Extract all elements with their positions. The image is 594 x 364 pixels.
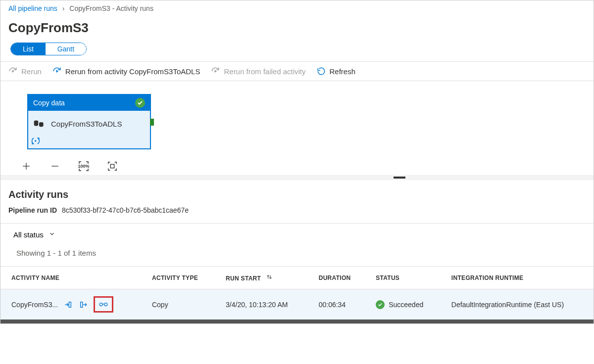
zoom-level-label: 100% [78, 164, 89, 169]
panel-divider[interactable] [0, 175, 594, 180]
toolbar: Rerun Rerun from activity CopyFromS3ToAD… [0, 61, 594, 81]
refresh-icon [317, 67, 326, 76]
status-filter-dropdown[interactable]: All status [13, 230, 55, 239]
result-count: Showing 1 - 1 of 1 items [0, 242, 594, 266]
svg-point-16 [99, 303, 102, 306]
rerun-label: Rerun [21, 67, 42, 76]
chevron-down-icon [49, 230, 55, 239]
table-row[interactable]: CopyFromS3... Cop [0, 289, 594, 320]
col-run-start-label: RUN START [226, 275, 261, 282]
col-activity-name[interactable]: ACTIVITY NAME [0, 267, 141, 289]
status-filter-label: All status [13, 230, 44, 239]
activity-card-header: Copy data [28, 95, 150, 111]
activity-runs-heading: Activity runs [0, 180, 594, 206]
cell-status: Succeeded [389, 301, 423, 309]
rerun-failed-label: Rerun from failed activity [224, 67, 305, 76]
zoom-fit-button[interactable] [106, 160, 118, 172]
col-integration-runtime[interactable]: INTEGRATION RUNTIME [441, 267, 594, 289]
rerun-failed-button[interactable]: Rerun from failed activity [211, 67, 305, 76]
svg-rect-14 [81, 302, 83, 307]
zoom-controls: 100% [0, 155, 594, 175]
col-duration[interactable]: DURATION [308, 267, 365, 289]
refresh-label: Refresh [330, 67, 356, 76]
rerun-icon [8, 67, 17, 76]
col-run-start[interactable]: RUN START [215, 267, 308, 289]
output-icon[interactable] [79, 300, 88, 309]
rerun-button[interactable]: Rerun [8, 67, 42, 76]
details-glasses-button[interactable] [94, 296, 113, 313]
svg-marker-0 [12, 70, 15, 73]
cell-run-start: 3/4/20, 10:13:20 AM [215, 289, 308, 320]
svg-rect-12 [69, 302, 71, 307]
rerun-from-activity-button[interactable]: Rerun from activity CopyFromS3ToADLS [52, 67, 200, 76]
success-check-icon [135, 98, 145, 108]
pipeline-run-id-label: Pipeline run ID [8, 206, 57, 214]
zoom-in-button[interactable] [20, 160, 32, 172]
svg-point-17 [104, 303, 107, 306]
activity-output-connector[interactable] [150, 119, 154, 126]
zoom-out-button[interactable] [49, 160, 61, 172]
pipeline-canvas[interactable]: Copy data CopyFromS3ToADLS [0, 81, 594, 155]
svg-marker-5 [35, 140, 37, 142]
refresh-button[interactable]: Refresh [317, 67, 356, 76]
cell-duration: 00:06:34 [308, 289, 365, 320]
svg-rect-9 [110, 164, 114, 168]
horizontal-scrollbar[interactable] [0, 319, 594, 323]
view-toggle-gantt[interactable]: Gantt [46, 43, 86, 55]
divider-handle-icon[interactable] [394, 177, 405, 179]
activity-name: CopyFromS3ToADLS [51, 120, 122, 128]
rerun-failed-icon [211, 67, 220, 76]
cell-activity-name: CopyFromS3... [11, 301, 58, 309]
database-icon [33, 119, 45, 129]
page-title: CopyFromS3 [0, 16, 594, 43]
view-toggle: List Gantt [10, 43, 87, 55]
glasses-icon [99, 300, 108, 309]
col-status[interactable]: STATUS [365, 267, 441, 289]
breadcrumb: All pipeline runs › CopyFromS3 - Activit… [0, 0, 594, 16]
view-toggle-list[interactable]: List [11, 43, 46, 55]
svg-marker-1 [56, 70, 58, 73]
success-status-icon [376, 300, 385, 309]
col-activity-type[interactable]: ACTIVITY TYPE [141, 267, 215, 289]
activity-card[interactable]: Copy data CopyFromS3ToADLS [27, 94, 151, 149]
cell-activity-type: Copy [141, 289, 215, 320]
input-icon[interactable] [64, 300, 73, 309]
pipeline-run-id-value: 8c530f33-bf72-47c0-b7c6-5babc1cae67e [62, 206, 189, 214]
sort-icon[interactable] [266, 273, 273, 280]
breadcrumb-current: CopyFromS3 - Activity runs [69, 4, 153, 12]
breadcrumb-root-link[interactable]: All pipeline runs [8, 4, 57, 12]
breadcrumb-separator: › [62, 4, 65, 12]
zoom-reset-button[interactable]: 100% [78, 160, 90, 172]
rerun-from-label: Rerun from activity CopyFromS3ToADLS [65, 67, 200, 76]
pipeline-run-id-row: Pipeline run ID 8c530f33-bf72-47c0-b7c6-… [0, 206, 594, 223]
cell-integration-runtime: DefaultIntegrationRuntime (East US) [441, 289, 594, 320]
activity-type-label: Copy data [33, 99, 65, 107]
rerun-from-icon [52, 67, 61, 76]
activity-runs-table: ACTIVITY NAME ACTIVITY TYPE RUN START DU… [0, 266, 594, 319]
svg-marker-2 [215, 70, 217, 73]
activity-expand-icon[interactable] [31, 136, 147, 145]
